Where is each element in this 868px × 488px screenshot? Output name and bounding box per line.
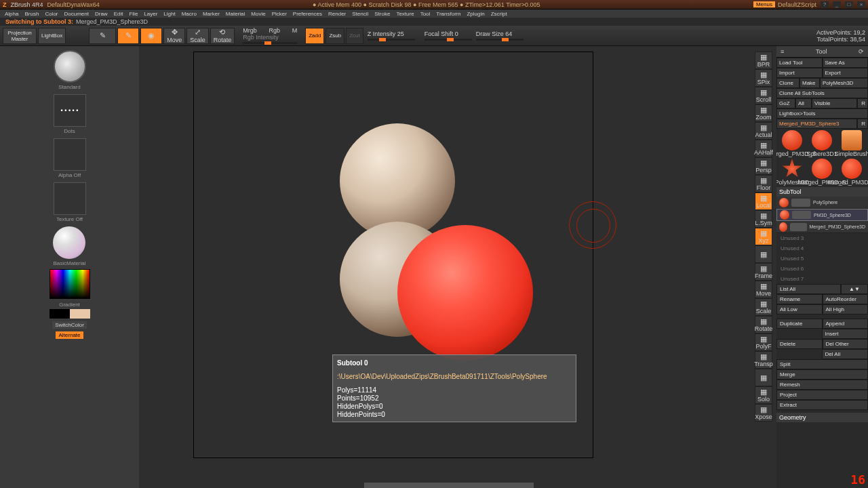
all-low-button[interactable]: All Low <box>776 304 823 314</box>
vtool-scroll[interactable]: ▦Scroll <box>755 87 772 104</box>
vtool-aahalf[interactable]: ▦AAHalf <box>755 140 772 157</box>
vtool-scale[interactable]: ▦Scale <box>755 298 772 316</box>
menu-macro[interactable]: Macro <box>180 11 199 17</box>
menu-texture[interactable]: Texture <box>394 11 416 17</box>
vtool-actual[interactable]: ▦Actual <box>755 122 772 140</box>
save-as-button[interactable]: Save As <box>823 58 869 68</box>
vtool-transp[interactable]: ▦Transp <box>755 351 772 369</box>
gradient-swatch[interactable] <box>50 309 90 319</box>
subtool-item[interactable]: Merged_PM3D_Sphere3D <box>776 221 868 233</box>
lightbox-button[interactable]: LightBox <box>38 28 66 44</box>
vtool-floor[interactable]: ▦Floor <box>755 175 772 192</box>
menus-button[interactable]: Menus <box>753 1 775 7</box>
clone-all-button[interactable]: Clone All SubTools <box>776 88 868 98</box>
menu-render[interactable]: Render <box>326 11 348 17</box>
tool-item[interactable]: Sphere3D1 <box>808 130 836 157</box>
menu-zscript[interactable]: Zscript <box>489 11 509 17</box>
del-other-button[interactable]: Del Other <box>823 339 869 349</box>
focal-shift-slider[interactable] <box>425 39 472 41</box>
vtool-blank[interactable]: ▦ <box>755 245 772 263</box>
delete-button[interactable]: Delete <box>776 339 823 349</box>
tool-item[interactable]: Merged_PM3D_S <box>778 130 806 157</box>
rgb-intensity-slider[interactable] <box>243 42 297 44</box>
make-button[interactable]: Make <box>800 78 820 88</box>
zadd-button[interactable]: Zadd <box>305 28 324 44</box>
rename-button[interactable]: Rename <box>776 294 823 304</box>
vtool-zoom[interactable]: ▦Zoom <box>755 104 772 122</box>
help-icon[interactable]: ? <box>821 1 829 8</box>
vtool-frame[interactable]: ▦Frame <box>755 263 772 281</box>
menu-transform[interactable]: Transform <box>434 11 462 17</box>
rgb-label[interactable]: Rgb <box>269 27 280 34</box>
load-tool-button[interactable]: Load Tool <box>776 58 823 68</box>
menu-edit[interactable]: Edit <box>112 11 125 17</box>
list-all-button[interactable]: List All <box>776 284 841 294</box>
menu-document[interactable]: Document <box>62 11 91 17</box>
autoreorder-button[interactable]: AutoReorder <box>823 294 869 304</box>
scale-button[interactable]: ⤢Scale <box>186 28 209 44</box>
vtool-spix[interactable]: ▦SPix <box>755 69 772 87</box>
draw-size-slider[interactable] <box>476 39 524 41</box>
vtool-local[interactable]: ▦Local <box>755 192 772 210</box>
subtool-item[interactable]: PM3D_Sphere3D <box>776 209 868 221</box>
material-thumb[interactable] <box>53 226 85 259</box>
texture-thumb[interactable] <box>54 182 86 215</box>
vtool-rotate[interactable]: ▦Rotate <box>755 316 772 333</box>
menu-brush[interactable]: Brush <box>22 11 41 17</box>
alternate-button[interactable]: Alternate <box>56 331 83 339</box>
menu-alpha[interactable]: Alpha <box>3 11 20 17</box>
menu-material[interactable]: Material <box>224 11 247 17</box>
goz-r-button[interactable]: R <box>857 98 868 108</box>
vtool-solo[interactable]: ▦Solo <box>755 386 772 404</box>
timeline-track[interactable] <box>364 483 534 488</box>
vtool-blank[interactable]: ▦ <box>755 369 772 386</box>
vtool-l.sym[interactable]: ▦L.Sym <box>755 210 772 228</box>
menu-movie[interactable]: Movie <box>249 11 267 17</box>
vtool-bpr[interactable]: ▦BPR <box>755 52 772 69</box>
switch-color-button[interactable]: SwitchColor <box>52 321 87 329</box>
menu-light[interactable]: Light <box>161 11 177 17</box>
tool-r-button[interactable]: R <box>857 119 868 129</box>
goz-all-button[interactable]: All <box>795 98 812 108</box>
brush-thumb[interactable] <box>54 50 86 83</box>
clone-button[interactable]: Clone <box>776 78 800 88</box>
project-button[interactable]: Project <box>776 390 868 400</box>
remesh-button[interactable]: Remesh <box>776 380 868 390</box>
del-all-button[interactable]: Del All <box>822 349 869 359</box>
draw-button[interactable]: ◉ <box>140 28 162 44</box>
menu-marker[interactable]: Marker <box>201 11 222 17</box>
m-label[interactable]: M <box>292 27 298 34</box>
vtool-move[interactable]: ▦Move <box>755 281 772 298</box>
stroke-thumb[interactable]: • • • • • <box>54 94 86 127</box>
arrows-icon[interactable]: ▲▼ <box>841 284 868 294</box>
vtool-xyz[interactable]: ▦Xyz <box>755 228 772 245</box>
all-high-button[interactable]: All High <box>823 304 869 314</box>
collapse-icon[interactable]: ⟳ <box>859 48 864 55</box>
tool-item[interactable]: SimpleBrush <box>837 130 866 157</box>
menu-picker[interactable]: Picker <box>270 11 289 17</box>
z-intensity-slider[interactable] <box>368 39 415 41</box>
merge-button[interactable]: Merge <box>776 369 868 380</box>
current-tool-name[interactable]: Merged_PM3D_Sphere3 <box>776 119 857 129</box>
export-button[interactable]: Export <box>823 68 869 78</box>
duplicate-button[interactable]: Duplicate <box>776 319 823 329</box>
geometry-section-header[interactable]: Geometry <box>776 413 868 422</box>
vtool-polyf[interactable]: ▦PolyF <box>755 333 772 351</box>
alpha-thumb[interactable] <box>54 138 86 171</box>
menu-draw[interactable]: Draw <box>93 11 110 17</box>
close-icon[interactable]: × <box>857 1 865 8</box>
mrgb-label[interactable]: Mrgb <box>243 27 257 34</box>
menu-zplugin[interactable]: Zplugin <box>465 11 486 17</box>
vtool-persp[interactable]: ▦Persp <box>755 157 772 175</box>
rotate-button[interactable]: ⟲Rotate <box>210 28 235 44</box>
subtool-item[interactable]: PolySphere <box>776 197 868 209</box>
menu-preferences[interactable]: Preferences <box>291 11 324 17</box>
zsub-button[interactable]: Zsub <box>326 28 344 44</box>
projection-master-button[interactable]: Projection Master <box>3 28 37 44</box>
vtool-xpose[interactable]: ▦Xpose <box>755 404 772 422</box>
menu-tool[interactable]: Tool <box>418 11 433 17</box>
menu-stencil[interactable]: Stencil <box>350 11 370 17</box>
maximize-icon[interactable]: □ <box>845 1 853 8</box>
menu-color[interactable]: Color <box>43 11 60 17</box>
extract-button[interactable]: Extract <box>776 400 868 410</box>
